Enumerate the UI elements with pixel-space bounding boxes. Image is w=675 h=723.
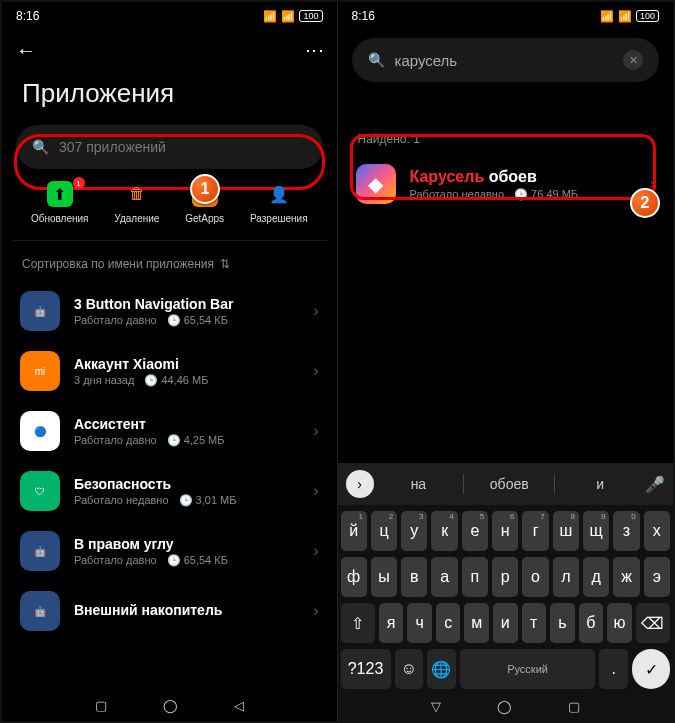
emoji-key[interactable]: ☺ [395,649,424,689]
sort-selector[interactable]: Сортировка по имени приложения ⇅ [2,241,337,281]
backspace-key[interactable]: ⌫ [636,603,670,643]
app-row[interactable]: 🤖 В правом углу Работало давно🕒 65,54 КБ… [2,521,337,581]
nav-home[interactable]: ◯ [497,699,512,714]
key[interactable]: ф [341,557,367,597]
period-key[interactable]: . [599,649,628,689]
key[interactable]: к4 [431,511,457,551]
app-subtitle: Работало давно🕒 4,25 МБ [74,434,299,447]
page-title: Приложения [2,70,337,125]
back-button[interactable]: ← [16,39,36,62]
key[interactable]: м [464,603,489,643]
app-list: 🤖 3 Button Navigation Bar Работало давно… [2,281,337,661]
wifi-icon: 📶 [281,10,295,23]
key[interactable]: б [579,603,604,643]
sort-arrows-icon: ⇅ [220,257,230,271]
space-key[interactable]: Русский [460,649,596,689]
app-icon: 🤖 [20,531,60,571]
numeric-key[interactable]: ?123 [341,649,391,689]
key[interactable]: ч [407,603,432,643]
signal-icon: 📶 [600,10,614,23]
globe-key[interactable]: 🌐 [427,649,456,689]
person-icon: 👤 [266,181,292,207]
expand-icon[interactable]: › [346,470,374,498]
nav-recent[interactable]: ▢ [568,699,580,714]
search-input[interactable]: 🔍 307 приложений [16,125,323,169]
keyboard: й1ц2у3к4е5н6г7ш8щ9з0х фывапролджэ ⇧ячсми… [338,505,674,721]
status-bar: 8:16 📶 📶 100 [338,2,674,30]
key[interactable]: н6 [492,511,518,551]
trash-icon: 🗑 [124,181,150,207]
app-icon: ◆ [356,164,396,204]
chevron-right-icon: › [313,302,318,320]
action-delete[interactable]: 🗑 Удаление [114,181,159,224]
suggestion[interactable]: на [382,476,456,492]
suggestion[interactable]: и [563,476,637,492]
app-row[interactable]: 🔵 Ассистент Работало давно🕒 4,25 МБ › [2,401,337,461]
search-result-row[interactable]: ◆ Карусель обоев Работало недавно 🕒 76,4… [338,154,674,214]
app-icon: 🔵 [20,411,60,451]
key[interactable]: п [462,557,488,597]
chevron-right-icon: › [313,602,318,620]
annotation-badge-2: 2 [630,188,660,218]
app-row[interactable]: 🤖 Внешний накопитель › [2,581,337,641]
key[interactable]: р [492,557,518,597]
key[interactable]: э [644,557,670,597]
key[interactable]: д [583,557,609,597]
overflow-menu[interactable]: ⋮ [304,42,326,58]
app-row[interactable]: mi Аккаунт Xiaomi 3 дня назад🕒 44,46 МБ … [2,341,337,401]
key[interactable]: е5 [462,511,488,551]
search-icon: 🔍 [32,139,49,155]
nav-recent[interactable]: ▢ [95,698,107,713]
clear-icon[interactable]: ✕ [623,50,643,70]
key[interactable]: г7 [522,511,548,551]
chevron-right-icon: › [313,422,318,440]
action-updates[interactable]: ⬆ 1 Обновления [31,181,89,224]
key[interactable]: и [493,603,518,643]
key[interactable]: л [553,557,579,597]
chevron-right-icon: › [313,482,318,500]
key[interactable]: х [644,511,670,551]
mic-icon[interactable]: 🎤 [645,475,665,494]
result-subtitle: Работало недавно 🕒 76,49 МБ [410,188,636,201]
app-row[interactable]: 🛡 Безопасность Работало недавно🕒 3,01 МБ… [2,461,337,521]
app-icon: 🤖 [20,291,60,331]
key[interactable]: я [379,603,404,643]
action-permissions[interactable]: 👤 Разрешения [250,181,308,224]
clock: 8:16 [16,9,39,23]
key[interactable]: у3 [401,511,427,551]
app-subtitle: Работало давно🕒 65,54 КБ [74,314,299,327]
enter-key[interactable]: ✓ [632,649,670,689]
key[interactable]: ь [550,603,575,643]
app-icon: mi [20,351,60,391]
key[interactable]: в [401,557,427,597]
key[interactable]: ю [607,603,632,643]
nav-home[interactable]: ◯ [163,698,178,713]
app-name: Ассистент [74,416,299,432]
key[interactable]: ы [371,557,397,597]
battery-icon: 100 [636,10,659,22]
key[interactable]: ц2 [371,511,397,551]
action-label: Удаление [114,213,159,224]
key[interactable]: з0 [613,511,639,551]
result-title: Карусель обоев [410,168,636,186]
key[interactable]: т [522,603,547,643]
search-query: карусель [395,52,614,69]
key[interactable]: о [522,557,548,597]
key[interactable]: щ9 [583,511,609,551]
key[interactable]: а [431,557,457,597]
app-row[interactable]: 🤖 3 Button Navigation Bar Работало давно… [2,281,337,341]
key[interactable]: ж [613,557,639,597]
search-input[interactable]: 🔍 карусель ✕ [352,38,660,82]
nav-back[interactable]: ◁ [234,698,244,713]
key[interactable]: й1 [341,511,367,551]
key[interactable]: с [436,603,461,643]
shift-key[interactable]: ⇧ [341,603,375,643]
app-subtitle: 3 дня назад🕒 44,46 МБ [74,374,299,387]
key[interactable]: ш8 [553,511,579,551]
app-name: Безопасность [74,476,299,492]
suggestion[interactable]: обоев [472,476,546,492]
nav-back-kbd[interactable]: ▽ [431,699,441,714]
action-label: Разрешения [250,213,308,224]
app-name: 3 Button Navigation Bar [74,296,299,312]
app-subtitle: Работало недавно🕒 3,01 МБ [74,494,299,507]
